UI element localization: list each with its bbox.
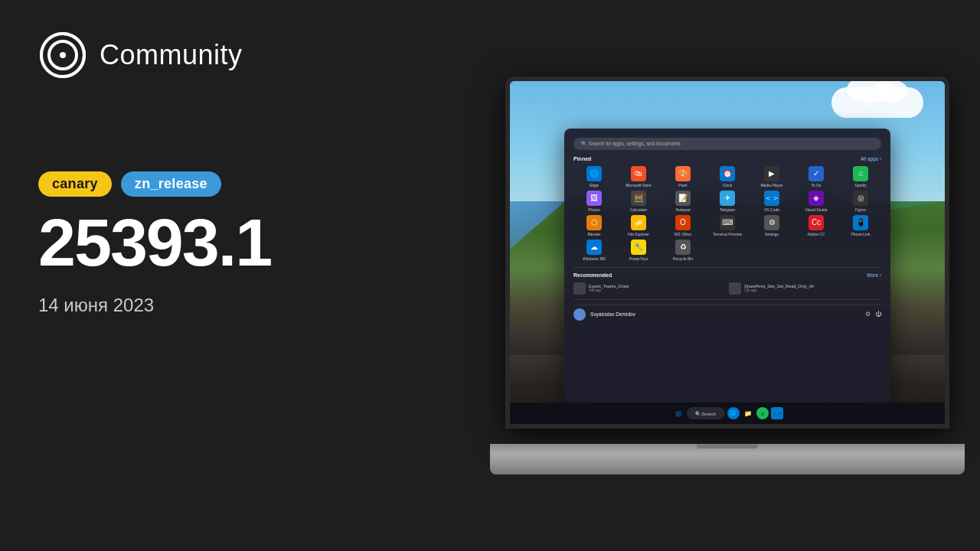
app-edge[interactable]: 🌐 Edge [573,166,615,187]
app-adobe[interactable]: Cc Adobe CC [795,215,837,236]
app-phone-label: Phone Link [851,232,870,236]
rec-icon-1 [729,282,741,295]
pinned-header: Pinned All apps › [573,156,881,161]
app-phone[interactable]: 📱 Phone Link [840,215,881,236]
app-paint-label: Paint [678,183,687,187]
store-icon: 🛍 [631,166,646,181]
rec-time-1: 13h ago [744,289,814,292]
app-edge-label: Edge [590,183,599,187]
taskbar-edge[interactable]: 🌐 [727,407,740,419]
app-store-label: Microsoft Store [626,183,652,187]
app-paint[interactable]: 🎨 Paint [662,166,704,187]
app-powertoys[interactable]: 🔧 PowerToys [618,240,659,261]
power-icon[interactable]: ⏻ [875,311,881,318]
laptop-hinge [697,444,758,448]
app-win365[interactable]: ☁ Windows 365 [573,240,615,261]
app-telegram[interactable]: ✈ Telegram [707,191,748,212]
app-calc[interactable]: 🧮 Calculator [618,191,659,212]
office-icon: O [675,215,691,230]
app-spotify[interactable]: ♫ Spotify [840,166,881,187]
app-store[interactable]: 🛍 Microsoft Store [618,166,659,187]
app-photos[interactable]: 🖼 Photos [573,191,615,212]
svg-point-2 [60,52,66,58]
pinned-apps-grid: 🌐 Edge 🛍 Microsoft Store 🎨 Paint ⏰ [573,166,881,261]
start-menu[interactable]: 🔍 Search for apps, settings, and documen… [564,129,890,403]
taskbar: ⊞ 🔍 Search 🌐 📁 ♫ ＜＞ [510,403,945,424]
app-photos-label: Photos [588,207,600,212]
rec-item-1[interactable]: SharePoint_Site_Set_Read_Only_All 13h ag… [729,282,881,295]
app-notepad-label: Notepad [676,207,691,212]
photos-icon: 🖼 [586,191,602,206]
logo-area: Community [38,31,452,80]
adobe-icon: Cc [808,215,824,230]
user-actions: ⚙ ⏻ [865,311,881,318]
recycle-icon: ♻ [675,240,691,255]
laptop-base [490,444,965,474]
divider-2 [573,299,881,300]
app-media[interactable]: ▶ Media Player [751,166,792,187]
app-settings[interactable]: ⚙ Settings [751,215,792,236]
taskbar-search[interactable]: 🔍 Search [687,407,725,419]
vscode-icon: ＜＞ [764,191,779,206]
windows-button[interactable]: ⊞ [672,407,684,419]
app-explorer[interactable]: 📁 File Explorer [618,215,659,236]
wallpaper-cloud [831,87,923,118]
figma-icon: ◎ [853,191,868,206]
app-terminal[interactable]: ⌨ Terminal Preview [707,215,748,236]
app-blender[interactable]: ⬡ Blender [573,215,615,236]
laptop-screen-inner: 🔍 Search for apps, settings, and documen… [510,81,945,424]
app-clock[interactable]: ⏰ Clock [707,166,748,187]
app-figma[interactable]: ◎ Figma [840,191,881,212]
right-panel: 🔍 Search for apps, settings, and documen… [490,0,980,551]
app-spotify-label: Spotify [854,183,866,187]
app-vstudio[interactable]: ◈ Visual Studio [795,191,837,212]
taskbar-spotify[interactable]: ♫ [756,407,769,419]
badge-release: zn_release [121,171,221,197]
more-link[interactable]: More › [867,272,881,278]
start-menu-search[interactable]: 🔍 Search for apps, settings, and documen… [573,138,881,150]
calc-icon: 🧮 [631,191,646,206]
vstudio-icon: ◈ [808,191,824,206]
app-office[interactable]: O MS Office [662,215,704,236]
rec-time-0: 14h ago [589,289,629,292]
all-apps-link[interactable]: All apps › [861,156,881,161]
rec-item-0[interactable]: Export_Teams_Chats 14h ago [573,282,726,295]
badge-canary: canary [38,171,112,197]
media-icon: ▶ [764,166,779,181]
release-date: 14 июня 2023 [38,295,452,316]
version-number: 25393.1 [38,209,452,276]
pinned-label: Pinned [573,156,591,161]
divider [573,267,881,268]
left-panel: Community canary zn_release 25393.1 14 и… [0,0,490,551]
taskbar-file[interactable]: 📁 [742,407,754,419]
app-calc-label: Calculator [630,207,648,212]
app-recycle[interactable]: ♻ Recycle Bin [662,240,704,261]
app-notepad[interactable]: 📝 Notepad [662,191,704,212]
rec-text-1: SharePoint_Site_Set_Read_Only_All 13h ag… [744,284,814,292]
app-vscode-label: VS Code [764,207,779,212]
badges-row: canary zn_release [38,171,452,197]
edge-icon: 🌐 [586,166,602,181]
brand-name: Community [100,39,243,71]
rec-name-0: Export_Teams_Chats [589,284,629,289]
app-explorer-label: File Explorer [628,232,649,236]
app-media-label: Media Player [760,183,782,187]
app-figma-label: Figma [855,207,866,212]
blender-icon: ⬡ [586,215,602,230]
app-settings-label: Settings [765,232,779,236]
clock-icon: ⏰ [720,166,735,181]
win365-icon: ☁ [586,240,602,255]
app-todo-label: To Do [811,183,821,187]
explorer-icon: 📁 [631,215,646,230]
rec-name-1: SharePoint_Site_Set_Read_Only_All [744,284,814,289]
taskbar-vscode[interactable]: ＜＞ [771,407,783,419]
app-clock-label: Clock [723,183,733,187]
app-powertoys-label: PowerToys [629,256,648,261]
recommended-section: Recommended More › Export_Teams_Chats 14… [573,272,881,295]
app-vscode[interactable]: ＜＞ VS Code [751,191,792,212]
settings-small-icon[interactable]: ⚙ [865,311,871,318]
app-todo[interactable]: ✓ To Do [795,166,837,187]
phone-icon: 📱 [853,215,868,230]
recommended-items: Export_Teams_Chats 14h ago SharePoint_Si… [573,282,881,295]
search-placeholder: Search for apps, settings, and documents [589,141,681,146]
